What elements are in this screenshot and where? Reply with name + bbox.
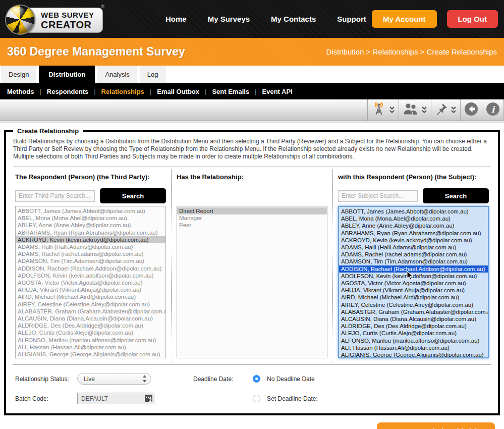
divider	[13, 364, 491, 365]
list-item[interactable]: ADDISON, Rachael (Rachael.Addison@dipola…	[339, 265, 488, 273]
tab-log[interactable]: Log	[140, 66, 166, 83]
list-item[interactable]: AIRD, Michael (Michael.Aird@dipolar.com.…	[339, 294, 488, 301]
nav-my-contacts[interactable]: My Contacts	[271, 15, 316, 23]
relationship-options: Relationship Status: Live Deadline Date:	[6, 367, 498, 413]
list-item[interactable]: ALCAUSIN, Diana (Diana.Alcausin@dipolar.…	[339, 315, 488, 323]
third-party-listbox[interactable]: ABBOTT, James (James.Abbott@dipolar.com.…	[15, 206, 166, 358]
list-item[interactable]: AHUJA, Vikrant (Vikrant.Ahuja@dipolar.co…	[16, 286, 165, 293]
main-content: Create Relationship Build Relationships …	[0, 123, 504, 429]
subnav-email-outbox[interactable]: Email Outbox	[157, 88, 212, 95]
list-item[interactable]: ALDRIDGE, Des (Des.Aldridge@dipolar.com.…	[16, 322, 165, 329]
chevron-double-down-icon[interactable]	[451, 106, 457, 115]
relationship-listbox[interactable]: Direct ReportManagerPeer	[177, 206, 327, 358]
list-item[interactable]: ADAMS, Rachel (rachel.adams@dipolar.com.…	[16, 250, 165, 257]
list-item[interactable]: Peer	[177, 222, 327, 229]
save-new-relationships-button[interactable]: Save New Relationship(s)›	[377, 422, 495, 429]
list-item[interactable]: ALDRIDGE, Des (Des.Aldridge@dipolar.com.…	[339, 323, 488, 330]
list-item[interactable]: ALI, Hassan (Hassan.Ali@dipolar.com.au)	[16, 344, 165, 351]
info-icon: i	[486, 102, 500, 118]
panel-legend: Create Relationship	[13, 127, 83, 135]
chevron-double-down-icon[interactable]	[389, 106, 395, 115]
list-item[interactable]: ADAMS, Halli (Halli.Adams@dipolar.com.au…	[339, 244, 488, 251]
list-item[interactable]: AIREY, Celestine (Celestine.Airey@dipola…	[16, 301, 165, 308]
list-item[interactable]: ALEJO, Curtis (Curtis.Alejo@dipolar.com.…	[16, 329, 165, 336]
third-party-search-row: Search	[15, 186, 166, 206]
subnav-sent-emails[interactable]: Sent Emails	[212, 88, 262, 95]
set-deadline-radio[interactable]	[253, 395, 260, 402]
list-item[interactable]: AGOSTA, Victor (Victor.Agosta@dipolar.co…	[16, 279, 165, 286]
list-item[interactable]: ABRAHAMS, Ryan (Ryan.Abrahams@dipolar.co…	[339, 230, 488, 237]
subject-search-button[interactable]: Search	[423, 188, 489, 203]
people-icon	[403, 102, 419, 118]
list-item[interactable]: ABLEY, Anne (Anne.Abley@dipolar.com.au)	[339, 222, 488, 229]
respondents-menu-button[interactable]	[399, 99, 431, 121]
relationship-status-value: Live	[84, 376, 95, 383]
batch-code-input[interactable]: DEFAULT 2	[77, 393, 154, 404]
list-item[interactable]: ALIGIANIS, George (George.Aligianis@dipo…	[16, 351, 165, 358]
list-item[interactable]: ABLEY, Anne (Anne.Abley@dipolar.com.au)	[16, 222, 165, 229]
tab-analysis[interactable]: Analysis	[97, 66, 137, 83]
subnav-relationships[interactable]: Relationships	[101, 88, 157, 95]
list-item[interactable]: ADDISON, Rachael (Rachael.Addison@dipola…	[16, 265, 165, 272]
relationship-column: Has the Relationship: Direct ReportManag…	[171, 169, 332, 362]
list-item[interactable]: ACKROYD, Kevin (kevin.ackroyd@dipolar.co…	[339, 237, 488, 244]
my-account-button[interactable]: My Account	[372, 10, 436, 28]
relationship-status-select[interactable]: Live	[77, 373, 151, 385]
batch-lookup-icon[interactable]: 2	[144, 394, 153, 403]
pushpin-icon	[435, 102, 448, 118]
subject-search-input[interactable]	[338, 190, 418, 202]
list-item[interactable]: Manager	[177, 215, 327, 222]
nav-support[interactable]: Support	[337, 15, 366, 23]
list-item[interactable]: ABBOTT, James (James.Abbott@dipolar.com.…	[339, 208, 488, 215]
list-item[interactable]: ABRAHAMS, Ryan (Ryan.Abrahams@dipolar.co…	[16, 229, 165, 236]
list-item[interactable]: ALCAUSIN, Diana (Diana.Alcausin@dipolar.…	[16, 315, 165, 322]
list-item[interactable]: ALEJO, Curtis (Curtis.Alejo@dipolar.com.…	[339, 330, 488, 337]
list-item[interactable]: ADAMSON, Tim (Tim.Adamson@dipolar.com.au…	[339, 258, 488, 265]
tab-design[interactable]: Design	[1, 66, 36, 83]
list-item[interactable]: AIREY, Celestine (Celestine.Airey@dipola…	[339, 301, 488, 308]
no-deadline-label: No Deadline Date	[267, 376, 315, 383]
log-out-button[interactable]: Log Out	[447, 10, 498, 28]
subnav-event-api[interactable]: Event API	[262, 88, 293, 95]
page-title: 360 Degree Management Survey	[7, 45, 185, 59]
subnav-methods[interactable]: Methods	[7, 88, 47, 95]
list-item[interactable]: ADAMSON, Tim (Tim.Adamson@dipolar.com.au…	[16, 257, 165, 264]
info-button[interactable]: i	[482, 99, 504, 121]
no-deadline-radio[interactable]	[253, 375, 260, 383]
list-item[interactable]: AHUJA, Vikrant (Vikrant.Ahuja@dipolar.co…	[339, 287, 488, 294]
nav-home[interactable]: Home	[165, 15, 187, 23]
list-item[interactable]: ADOLFSON, Kevin (kevin.adolfson@dipolar.…	[16, 272, 165, 279]
batch-code-label: Batch Code:	[15, 395, 77, 402]
logo-text-line1: WEB SURVEY	[41, 11, 97, 20]
tab-distribution[interactable]: Distribution	[39, 66, 95, 83]
list-item[interactable]: ALABASTER, Graham (Graham.Alabaster@dipo…	[339, 308, 488, 315]
list-item[interactable]: ADAMS, Halli (Halli.Adams@dipolar.com.au…	[16, 243, 165, 250]
list-item[interactable]: ALIGIANIS, George (George.Aligianis@dipo…	[339, 351, 488, 358]
distribution-menu-button[interactable]	[367, 99, 399, 121]
list-item[interactable]: ALFONSO, Marilou (marilou.alfonso@dipola…	[339, 337, 488, 344]
subject-listbox[interactable]: ABBOTT, James (James.Abbott@dipolar.com.…	[338, 206, 489, 358]
third-party-search-button[interactable]: Search	[100, 188, 166, 203]
list-item[interactable]: AIRD, Michael (Michael.Aird@dipolar.com.…	[16, 293, 165, 300]
list-item[interactable]: ACKROYD, Kevin (kevin.ackroyd@dipolar.co…	[16, 236, 165, 243]
list-item[interactable]: Direct Report	[177, 207, 327, 215]
third-party-search-input[interactable]	[15, 190, 95, 202]
distribution-subnav: Methods Respondents Relationships Email …	[0, 83, 504, 99]
list-item[interactable]: ADOLFSON, Kevin (kevin.adolfson@dipolar.…	[339, 273, 488, 280]
subnav-respondents[interactable]: Respondents	[47, 88, 101, 95]
nav-my-surveys[interactable]: My Surveys	[208, 15, 250, 23]
back-button[interactable]	[460, 99, 482, 121]
list-item[interactable]: ALABASTER, Graham (Graham.Alabaster@dipo…	[16, 308, 165, 315]
list-item[interactable]: ABBOTT, James (James.Abbott@dipolar.com.…	[16, 207, 165, 215]
list-item[interactable]: ALI, Hassan (Hassan.Ali@dipolar.com.au)	[339, 344, 488, 351]
app-logo[interactable]: ® WEB SURVEY CREATOR	[3, 2, 109, 37]
list-item[interactable]: ALFONSO, Marilou (marilou.alfonso@dipola…	[16, 337, 165, 344]
list-item[interactable]: ABEL, Mona (Mona.Abel@dipolar.com.au)	[16, 215, 165, 222]
list-item[interactable]: ADAMS, Rachel (rachel.adams@dipolar.com.…	[339, 251, 488, 258]
relationship-heading: Has the Relationship:	[177, 173, 327, 181]
chevron-double-down-icon[interactable]	[421, 106, 427, 115]
pin-menu-button[interactable]	[431, 99, 460, 121]
select-stepper-icon	[142, 375, 147, 383]
list-item[interactable]: ABEL, Mona (Mona.Abel@dipolar.com.au)	[339, 215, 488, 222]
list-item[interactable]: AGOSTA, Victor (Victor.Agosta@dipolar.co…	[339, 280, 488, 287]
